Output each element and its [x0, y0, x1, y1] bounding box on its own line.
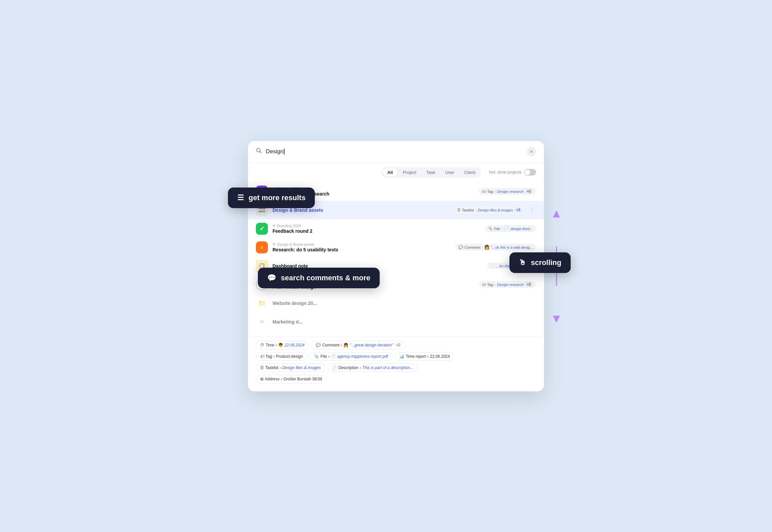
meta-chip: 🏷 Tag › Design research +2 — [479, 281, 536, 288]
result-content: Website design 20... — [273, 301, 536, 306]
result-meta: 🏷 Tag › Design research +2 — [479, 281, 536, 288]
tag-value: Product-design — [276, 354, 303, 359]
search-panel: Design × All Project Task User Client In… — [248, 141, 544, 391]
address-chip[interactable]: ⊞ Address › Großer Burstah 36/38 — [256, 375, 326, 383]
file-label: File — [321, 354, 327, 359]
scroll-up-arrow: ▲ — [550, 207, 562, 219]
done-toggle-switch[interactable] — [524, 169, 536, 176]
scene: ☰ get more results Design × All Project … — [228, 141, 544, 391]
time-value: 22.06.2024 — [285, 343, 305, 347]
arrow-icon: › — [276, 343, 277, 347]
result-title: Feedback round 2 — [273, 228, 480, 234]
tags-row-4: ⊞ Address › Großer Burstah 36/38 — [256, 375, 536, 383]
tags-row-2: 🏷 Tag › Product-design 📎 File › 📄 agency… — [256, 352, 536, 361]
tasklist-chip[interactable]: ☰ Tasklist › Design files & images — [256, 363, 325, 372]
comment-label: Comment — [322, 343, 339, 347]
tasklist-value: Design files & images — [282, 365, 321, 370]
arrow-icon: › — [281, 377, 282, 381]
description-chip[interactable]: 📄 Description › This is part of a descri… — [328, 363, 418, 372]
address-label: Address — [265, 377, 280, 381]
more-options-button[interactable]: ⋮ — [528, 206, 536, 214]
result-breadcrumb: Design & Brand assets — [273, 242, 450, 246]
avatar-emoji: 👦 — [278, 343, 283, 347]
tasklist-label: Tasklist — [265, 365, 278, 370]
arrow-icon: › — [328, 354, 329, 359]
mouse-icon: 🖱 — [519, 258, 526, 267]
comment-badge: +2 — [395, 343, 402, 347]
result-content: Design & Brand assets Research: do 5 usa… — [273, 242, 450, 252]
time-report-chip[interactable]: 📊 Time report › 22.06.2024 — [395, 352, 454, 361]
tooltip-search-comments: 💬 search comments & more — [258, 268, 380, 288]
arrow-icon: › — [280, 365, 281, 370]
address-icon: ⊞ — [260, 377, 264, 381]
comment-bubble-icon: 💬 — [267, 274, 276, 282]
tooltip-get-more: ☰ get more results — [228, 188, 315, 208]
description-value: This is part of a description... — [362, 365, 413, 370]
file-value: agency-happiness-report.pdf — [337, 354, 388, 359]
result-row[interactable]: 📁 Website design 20... — [248, 294, 544, 313]
tag-label: Tag — [266, 354, 272, 359]
close-button[interactable]: × — [527, 147, 536, 156]
filter-tab-client[interactable]: Client — [459, 168, 480, 177]
tags-row-3: ☰ Tasklist › Design files & images 📄 Des… — [256, 363, 536, 372]
bottom-section: ⏱ Time › 👦 22.06.2024 💬 Comment › 👧 "...… — [248, 336, 544, 391]
filter-row: All Project Task User Client Incl. done … — [248, 163, 544, 181]
avatar-folder: 📁 — [256, 297, 268, 309]
time-icon: ⏱ — [260, 343, 264, 347]
result-title: Website design 20... — [273, 301, 536, 306]
arrow-icon: › — [427, 354, 429, 359]
result-title: Research: do 5 usability tests — [273, 247, 450, 252]
search-icon — [256, 148, 262, 155]
result-breadcrumb: Branding 2024 — [273, 224, 480, 228]
arrow-icon: › — [360, 365, 361, 370]
comment-value: "...great design iteration" — [350, 343, 393, 347]
avatar-emoji: 👧 — [343, 343, 348, 347]
result-meta: ☰ Tasklist › Design files & images +3 ⋮ — [454, 206, 536, 214]
result-title: Marketing d... — [273, 319, 536, 325]
search-input[interactable]: Design — [266, 148, 523, 155]
file-chip[interactable]: 📎 File › 📄 agency-happiness-report.pdf — [310, 352, 392, 361]
tooltip-search-comments-label: search comments & more — [281, 274, 370, 282]
meta-chip: 🏷 Tag › Design research +2 — [479, 188, 536, 195]
time-report-value: 22.06.2024 — [430, 354, 450, 359]
time-report-icon: 📊 — [399, 354, 404, 359]
svg-line-1 — [260, 152, 262, 153]
scroll-down-arrow: ▼ — [550, 313, 562, 325]
time-report-label: Time report — [406, 354, 426, 359]
result-content: Design & Brand assets — [273, 207, 449, 213]
filter-tab-user[interactable]: User — [441, 168, 459, 177]
tasklist-icon: ☰ — [260, 365, 264, 370]
tooltip-scrolling: 🖱 scrolling — [509, 252, 571, 273]
comment-icon: 💬 — [316, 343, 321, 347]
avatar: › — [256, 241, 268, 253]
result-row[interactable]: 🏷 Marketing d... — [248, 313, 544, 331]
comment-chip[interactable]: 💬 Comment › 👧 "...great design iteration… — [312, 341, 406, 349]
description-label: Description — [338, 365, 358, 370]
result-row[interactable]: › Design & Brand assets Research: do 5 u… — [248, 238, 544, 257]
result-meta: 🏷 Tag › Design research +2 — [479, 188, 536, 195]
incl-done-toggle[interactable]: Incl. done projects — [489, 169, 536, 176]
tooltip-get-more-label: get more results — [249, 194, 306, 202]
tooltip-scrolling-label: scrolling — [531, 258, 561, 267]
description-icon: 📄 — [332, 365, 337, 370]
filter-tab-task[interactable]: Task — [422, 168, 440, 177]
tag-chip[interactable]: 🏷 Tag › Product-design — [256, 352, 307, 361]
tag-icon: 🏷 — [260, 354, 264, 359]
result-content: Branding 2024 Feedback round 2 — [273, 224, 480, 234]
result-meta: 📎 File › 📄 design-feed... — [485, 225, 536, 232]
time-chip[interactable]: ⏱ Time › 👦 22.06.2024 — [256, 341, 309, 349]
result-row[interactable]: ✓ Branding 2024 Feedback round 2 📎 File … — [248, 219, 544, 238]
result-content: Marketing d... — [273, 319, 536, 325]
address-value: Großer Burstah 36/38 — [284, 377, 322, 381]
filter-tab-all[interactable]: All — [383, 168, 398, 177]
meta-chip: 📎 File › 📄 design-feed... — [485, 225, 536, 232]
meta-chip: 💬 Comment › 👩 "...ok this is a wild desi… — [455, 244, 536, 251]
arrow-icon: › — [273, 354, 275, 359]
file-icon-red: 📄 — [331, 354, 336, 359]
meta-chip: ☰ Tasklist › Design files & images +3 — [454, 206, 525, 213]
list-icon: ☰ — [237, 194, 244, 202]
incl-done-label: Incl. done projects — [489, 170, 521, 175]
avatar-tag: 🏷 — [256, 316, 268, 328]
file-icon: 📎 — [314, 354, 319, 359]
filter-tab-project[interactable]: Project — [398, 168, 421, 177]
